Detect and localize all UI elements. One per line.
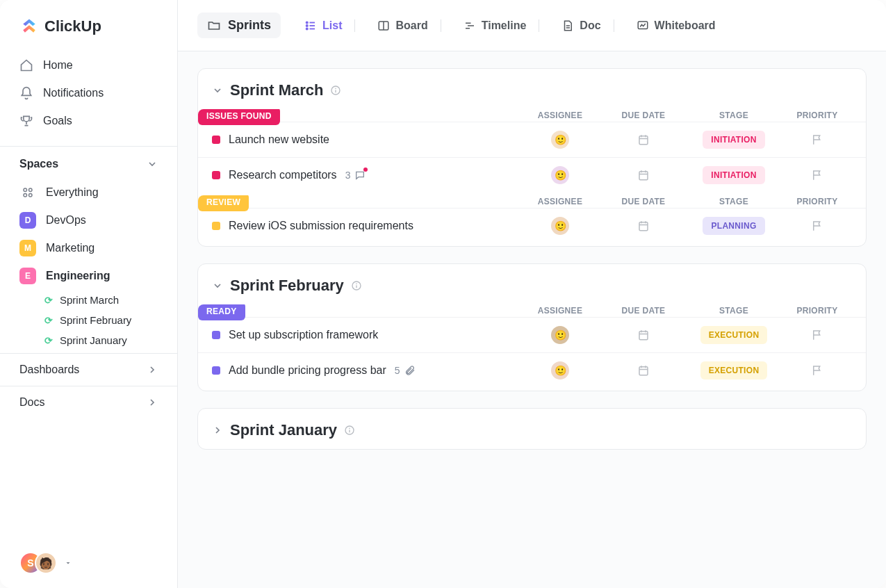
- task-title: Research competitors: [229, 169, 337, 181]
- tab-list[interactable]: List: [295, 14, 365, 38]
- status-square-icon: [212, 366, 220, 375]
- tab-doc[interactable]: Doc: [552, 14, 623, 38]
- svg-rect-40: [639, 367, 648, 375]
- svg-point-1: [29, 188, 33, 192]
- status-pill[interactable]: REVIEW: [198, 195, 249, 211]
- due-date-cell[interactable]: [602, 169, 685, 181]
- status-pill[interactable]: ISSUES FOUND: [198, 109, 280, 125]
- svg-point-0: [24, 188, 27, 192]
- task-row[interactable]: Review iOS submission requirements 🙂 PLA…: [198, 208, 866, 243]
- tab-label: Doc: [580, 19, 600, 32]
- sprint-card: Sprint March ISSUES FOUND ASSIGNEE DUE D…: [197, 68, 867, 247]
- task-row[interactable]: Launch new website 🙂 INITIATION: [198, 122, 866, 157]
- svg-rect-46: [349, 430, 350, 432]
- assignee-cell[interactable]: 🙂: [518, 360, 602, 381]
- svg-rect-36: [639, 332, 648, 340]
- nav-docs-label: Docs: [19, 396, 44, 409]
- svg-rect-35: [356, 285, 356, 288]
- sidebar-footer[interactable]: S 🧑🏾: [0, 538, 177, 588]
- priority-cell[interactable]: [782, 133, 852, 146]
- bell-icon: [19, 86, 33, 100]
- stage-badge: INITIATION: [703, 166, 764, 184]
- col-due: DUE DATE: [602, 197, 685, 206]
- spaces-header[interactable]: Spaces: [0, 146, 177, 176]
- status-pill[interactable]: READY: [198, 304, 245, 320]
- assignee-cell[interactable]: 🙂: [518, 325, 602, 345]
- col-stage: STAGE: [685, 111, 782, 120]
- logo[interactable]: ClickUp: [0, 0, 177, 49]
- stage-cell[interactable]: INITIATION: [685, 131, 782, 149]
- tab-board[interactable]: Board: [368, 14, 450, 38]
- sidebar-sprint-january[interactable]: ⟳ Sprint January: [8, 330, 169, 350]
- chevron-right-icon[interactable]: [212, 425, 223, 436]
- due-date-cell[interactable]: [602, 364, 685, 377]
- sprint-label: Sprint February: [60, 314, 131, 326]
- chevron-down-icon: [147, 158, 158, 170]
- sprint-header[interactable]: Sprint January: [198, 409, 866, 449]
- stage-cell[interactable]: PLANNING: [685, 217, 782, 235]
- breadcrumb-title: Sprints: [228, 18, 271, 33]
- assignee-cell[interactable]: 🙂: [518, 165, 602, 186]
- svg-rect-29: [639, 222, 648, 231]
- content: Sprint March ISSUES FOUND ASSIGNEE DUE D…: [178, 51, 886, 588]
- task-title-cell: Research competitors 3: [212, 169, 518, 181]
- home-icon: [19, 58, 33, 72]
- col-due: DUE DATE: [602, 111, 685, 120]
- assignee-cell[interactable]: 🙂: [518, 129, 602, 150]
- space-devops[interactable]: D DevOps: [8, 206, 169, 234]
- chevron-down-icon[interactable]: [212, 280, 223, 291]
- assignee-avatar: 🙂: [550, 129, 571, 150]
- stage-cell[interactable]: EXECUTION: [685, 361, 782, 379]
- tab-whiteboard[interactable]: Whiteboard: [627, 14, 725, 38]
- sprint-card: Sprint January: [197, 408, 867, 450]
- sprint-icon: ⟳: [44, 315, 53, 326]
- task-group: READY ASSIGNEE DUE DATE STAGE PRIORITY S…: [198, 304, 866, 388]
- due-date-cell[interactable]: [602, 133, 685, 146]
- nav-goals[interactable]: Goals: [8, 107, 169, 135]
- sprint-header[interactable]: Sprint February: [198, 264, 866, 304]
- sprint-header[interactable]: Sprint March: [198, 69, 866, 109]
- svg-point-19: [336, 88, 337, 90]
- stage-cell[interactable]: INITIATION: [685, 166, 782, 184]
- priority-cell[interactable]: [782, 220, 852, 232]
- topbar: Sprints List Board Timeline: [178, 0, 886, 51]
- everything-icon: [19, 184, 36, 201]
- task-group: ISSUES FOUND ASSIGNEE DUE DATE STAGE PRI…: [198, 109, 866, 193]
- nav-dashboards-label: Dashboards: [19, 364, 79, 376]
- space-engineering[interactable]: E Engineering: [8, 262, 169, 290]
- calendar-icon: [637, 133, 650, 146]
- info-icon[interactable]: [330, 85, 341, 96]
- nav-notifications[interactable]: Notifications: [8, 79, 169, 107]
- task-row[interactable]: Add bundle pricing progress bar 5 🙂 EXEC…: [198, 352, 866, 388]
- flag-icon: [811, 329, 823, 341]
- svg-point-45: [349, 428, 350, 430]
- svg-point-8: [306, 28, 308, 29]
- nav-home[interactable]: Home: [8, 51, 169, 79]
- status-square-icon: [212, 222, 220, 230]
- group-header: REVIEW ASSIGNEE DUE DATE STAGE PRIORITY: [198, 195, 866, 208]
- stage-cell[interactable]: EXECUTION: [685, 326, 782, 344]
- info-icon[interactable]: [344, 425, 355, 436]
- primary-nav: Home Notifications Goals: [0, 49, 177, 138]
- col-priority: PRIORITY: [782, 111, 852, 120]
- space-marketing[interactable]: M Marketing: [8, 234, 169, 262]
- breadcrumb[interactable]: Sprints: [197, 13, 281, 38]
- nav-dashboards[interactable]: Dashboards: [0, 353, 177, 386]
- task-row[interactable]: Set up subscription framework 🙂 EXECUTIO…: [198, 317, 866, 352]
- stage-badge: PLANNING: [703, 217, 764, 235]
- space-everything[interactable]: Everything: [8, 179, 169, 206]
- sidebar-sprint-february[interactable]: ⟳ Sprint February: [8, 310, 169, 330]
- due-date-cell[interactable]: [602, 220, 685, 232]
- task-row[interactable]: Research competitors 3 🙂 INITIATION: [198, 157, 866, 193]
- stage-badge: EXECUTION: [700, 326, 768, 344]
- info-icon[interactable]: [351, 280, 362, 291]
- priority-cell[interactable]: [782, 329, 852, 341]
- tab-timeline[interactable]: Timeline: [454, 14, 550, 38]
- sidebar-sprint-march[interactable]: ⟳ Sprint March: [8, 290, 169, 310]
- due-date-cell[interactable]: [602, 329, 685, 341]
- priority-cell[interactable]: [782, 364, 852, 377]
- nav-docs[interactable]: Docs: [0, 386, 177, 418]
- priority-cell[interactable]: [782, 169, 852, 181]
- chevron-down-icon[interactable]: [212, 85, 223, 96]
- assignee-cell[interactable]: 🙂: [518, 215, 602, 236]
